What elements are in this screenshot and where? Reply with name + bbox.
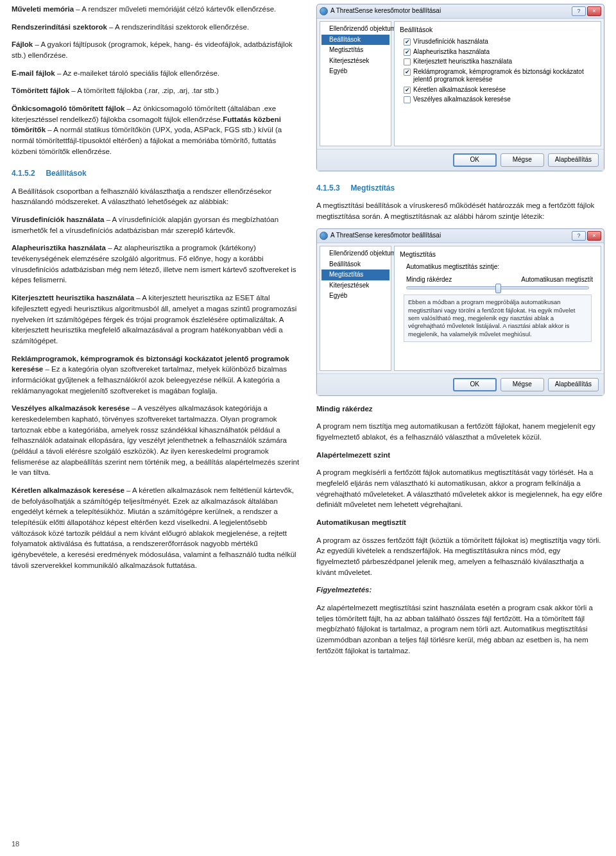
opt-dangerous[interactable]: Veszélyes alkalmazások keresése: [404, 96, 595, 104]
para-unwanted-apps: Kéretlen alkalmazások keresése – A kéret…: [12, 485, 300, 570]
slider-label-right: Automatikusan megtisztít: [521, 275, 593, 285]
default-button[interactable]: Alapbeállítás: [548, 378, 599, 391]
tree-item-other[interactable]: Egyéb: [321, 66, 389, 77]
opt-extended-heuristics[interactable]: Kiterjesztett heurisztika használata: [404, 58, 595, 66]
opt-basic-heuristics[interactable]: Alapheurisztika használata: [404, 48, 595, 56]
slider-labels: Mindig rákérdez Automatikusan megtisztít: [406, 275, 593, 285]
para-adware-spyware: Reklámprogramok, kémprogramok és biztons…: [12, 354, 300, 397]
opt-adware[interactable]: Reklámprogramok, kémprogramok és biztons…: [404, 68, 595, 84]
cleaning-pane: Megtisztítás Automatikus megtisztítás sz…: [394, 246, 601, 371]
threatsense-settings-dialog: A ThreatSense keresőmotor beállításai ? …: [316, 4, 604, 171]
button-bar: OK Mégse Alapbeállítás: [317, 373, 604, 395]
page-number: 18: [12, 839, 19, 850]
button-bar: OK Mégse Alapbeállítás: [317, 149, 604, 171]
cleaning-description: Ebben a módban a program megpróbálja aut…: [404, 295, 592, 342]
left-column: Műveleti memória – A rendszer műveleti m…: [12, 4, 300, 663]
heading-auto-clean: Automatikusan megtisztít: [316, 517, 604, 528]
cancel-button[interactable]: Mégse: [501, 153, 544, 167]
tree-item-extensions[interactable]: Kiterjesztések: [321, 280, 389, 291]
para-auto-clean: A program az összes fertőzött fájlt (köz…: [316, 535, 604, 578]
tree-item-extensions[interactable]: Kiterjesztések: [321, 56, 389, 67]
para-warning: Az alapértelmezett megtisztítási szint h…: [316, 603, 604, 656]
dialog-title: A ThreatSense keresőmotor beállításai: [330, 6, 569, 16]
tree-item-other[interactable]: Egyéb: [321, 291, 389, 302]
help-button[interactable]: ?: [572, 6, 586, 16]
para-dangerous-apps: Veszélyes alkalmazások keresése – A vesz…: [12, 403, 300, 478]
tree-item-settings[interactable]: Beállítások: [321, 35, 389, 46]
para-basic-heuristics: Alapheurisztika használata – Az alapheur…: [12, 243, 300, 286]
dialog-title: A ThreatSense keresőmotor beállításai: [330, 231, 569, 241]
group-label: Megtisztítás: [400, 250, 595, 259]
checkbox-icon[interactable]: [404, 58, 411, 65]
para-virusdefs: Vírusdefiníciók használata – A vírusdefi…: [12, 214, 300, 235]
section-4153-heading: 4.1.5.3 Megtisztítás: [316, 183, 604, 194]
cancel-button[interactable]: Mégse: [501, 378, 544, 391]
checkbox-icon[interactable]: [404, 39, 411, 46]
tree-item-settings[interactable]: Beállítások: [321, 259, 389, 270]
para-default-level: A program megkísérli a fertőzött fájlok …: [316, 467, 604, 510]
para-archives: Tömörített fájlok – A tömörített fájlokb…: [12, 85, 300, 96]
level-label: Automatikus megtisztítás szintje:: [406, 262, 593, 272]
tree-item-objects[interactable]: Ellenőrizendő objektumok: [321, 24, 389, 35]
right-column: A ThreatSense keresőmotor beállításai ? …: [316, 4, 604, 663]
category-tree: Ellenőrizendő objektumok Beállítások Meg…: [320, 21, 391, 146]
opt-virusdefs[interactable]: Vírusdefiníciók használata: [404, 38, 595, 46]
tree-item-cleaning[interactable]: Megtisztítás: [321, 270, 389, 280]
close-button[interactable]: ×: [587, 231, 601, 241]
checkbox-icon[interactable]: [404, 96, 411, 103]
para-boot-sectors: Rendszerindítási szektorok – A rendszeri…: [12, 22, 300, 33]
checkbox-icon[interactable]: [404, 69, 411, 76]
heading-warning: Figyelmeztetés:: [316, 585, 604, 595]
heading-default-level: Alapértelmezett szint: [316, 450, 604, 461]
slider-thumb-icon[interactable]: [495, 284, 501, 293]
help-button[interactable]: ?: [572, 231, 586, 241]
group-label: Beállítások: [400, 25, 595, 35]
para-email-files: E-mail fájlok – Az e-maileket tároló spe…: [12, 68, 300, 79]
app-icon: [320, 232, 328, 240]
slider-label-left: Mindig rákérdez: [406, 275, 452, 285]
heading-always-ask: Mindig rákérdez: [316, 404, 604, 415]
threatsense-cleaning-dialog: A ThreatSense keresőmotor beállításai ? …: [316, 228, 604, 396]
section-4152-heading: 4.1.5.2 Beállítások: [12, 168, 300, 179]
tree-item-objects[interactable]: Ellenőrizendő objektumok: [321, 248, 389, 259]
para-operative-memory: Műveleti memória – A rendszer műveleti m…: [12, 4, 300, 15]
para-files: Fájlok – A gyakori fájltípusok (programo…: [12, 39, 300, 60]
ok-button[interactable]: OK: [453, 378, 497, 391]
checkbox-icon[interactable]: [404, 87, 411, 94]
para-sfx-runtime: Önkicsomagoló tömörített fájlok – Az önk…: [12, 103, 300, 157]
ok-button[interactable]: OK: [453, 153, 497, 167]
app-icon: [320, 7, 328, 15]
cleaning-level-slider[interactable]: [406, 286, 589, 289]
opt-unwanted[interactable]: Kéretlen alkalmazások keresése: [404, 86, 595, 94]
settings-pane: Beállítások Vírusdefiníciók használata A…: [394, 21, 601, 146]
para-always-ask: A program nem tisztítja meg automatikusa…: [316, 421, 604, 442]
tree-item-cleaning[interactable]: Megtisztítás: [321, 45, 389, 56]
para-extended-heuristics: Kiterjesztett heurisztika használata – A…: [12, 293, 300, 346]
close-button[interactable]: ×: [587, 6, 601, 16]
para-settings-intro: A Beállítások csoportban a felhasználó k…: [12, 186, 300, 207]
para-cleaning-intro: A megtisztítási beállítások a víruskeres…: [316, 200, 604, 221]
titlebar[interactable]: A ThreatSense keresőmotor beállításai ? …: [317, 4, 604, 19]
titlebar[interactable]: A ThreatSense keresőmotor beállításai ? …: [317, 229, 604, 243]
checkbox-icon[interactable]: [404, 49, 411, 56]
default-button[interactable]: Alapbeállítás: [548, 153, 599, 167]
category-tree: Ellenőrizendő objektumok Beállítások Meg…: [320, 246, 391, 371]
